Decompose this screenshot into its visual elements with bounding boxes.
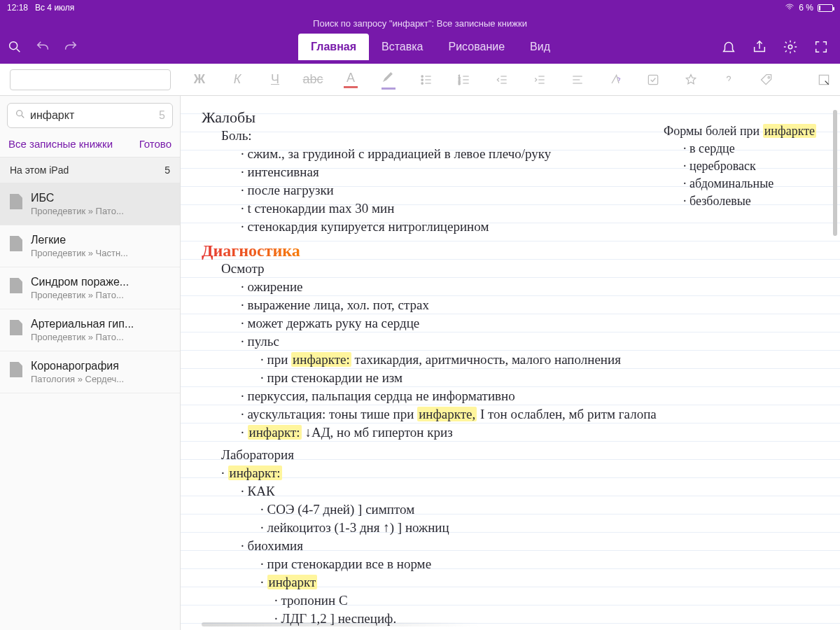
highlight-button[interactable]	[377, 68, 400, 92]
result-path: Пропедевтик » Частн...	[31, 248, 128, 258]
svg-point-27	[17, 111, 22, 116]
result-path: Пропедевтик » Пато...	[31, 332, 134, 342]
page-icon	[10, 194, 22, 209]
note-canvas[interactable]: Жалобы Боль: сжим., за грудиной с ирради…	[181, 96, 840, 630]
tab-insert[interactable]: Вставка	[369, 34, 435, 60]
result-title: ИБС	[31, 192, 124, 204]
todo-button[interactable]	[641, 68, 665, 92]
search-value: инфаркт	[30, 109, 74, 122]
search-result-item[interactable]: Синдром пораже... Пропедевтик » Пато...	[0, 267, 180, 309]
page-title-field[interactable]	[10, 69, 171, 90]
share-icon[interactable]	[750, 38, 769, 56]
search-summary-label: Поиск по запросу "инфаркт": Все записные…	[0, 15, 840, 30]
styles-button[interactable]	[603, 68, 627, 92]
search-result-item[interactable]: Легкие Пропедевтик » Частн...	[0, 225, 180, 267]
favorite-button[interactable]	[679, 68, 703, 92]
search-result-count: 5	[159, 109, 165, 122]
svg-text:3: 3	[458, 80, 461, 85]
outdent-button[interactable]	[490, 68, 514, 92]
help-button[interactable]	[717, 68, 741, 92]
result-title: Синдром пораже...	[31, 276, 129, 288]
redo-icon[interactable]	[62, 38, 80, 56]
bottom-shadow	[202, 622, 482, 626]
svg-line-28	[22, 115, 24, 118]
status-date: Вс 4 июля	[35, 3, 74, 13]
numbering-button[interactable]: 123	[452, 68, 476, 92]
handwritten-side-note: Формы болей при инфаркте в сердце церебр…	[664, 122, 840, 210]
bold-button[interactable]: Ж	[188, 68, 211, 92]
done-link[interactable]: Готово	[139, 138, 172, 150]
svg-point-0	[10, 42, 18, 50]
fullscreen-icon[interactable]	[812, 38, 830, 56]
search-result-item[interactable]: Артериальная гип... Пропедевтик » Пато..…	[0, 309, 180, 351]
search-scope-link[interactable]: Все записные книжки	[8, 138, 113, 150]
svg-line-1	[17, 49, 20, 52]
search-input[interactable]: инфаркт 5	[7, 103, 173, 128]
magnifier-icon	[15, 108, 26, 122]
ios-status-bar: 12:18 Вс 4 июля 6 %	[0, 0, 840, 15]
result-path: Патология » Сердеч...	[31, 374, 124, 384]
page-icon	[10, 278, 22, 293]
tab-view[interactable]: Вид	[517, 34, 563, 60]
notifications-icon[interactable]	[720, 38, 738, 56]
page-icon	[10, 362, 22, 377]
format-toolbar: Ж К Ч abc А 123	[0, 64, 840, 96]
search-sidebar: инфаркт 5 Все записные книжки Готово На …	[0, 96, 181, 630]
bullets-button[interactable]	[414, 68, 438, 92]
strikethrough-button[interactable]: abc	[301, 68, 325, 92]
align-button[interactable]	[566, 68, 589, 92]
tab-home[interactable]: Главная	[298, 34, 369, 60]
result-title: Легкие	[31, 234, 128, 246]
app-header: Поиск по запросу "инфаркт": Все записные…	[0, 15, 840, 64]
search-result-item[interactable]: ИБС Пропедевтик » Пато...	[0, 183, 180, 225]
battery-percent: 6 %	[799, 3, 813, 13]
settings-icon[interactable]	[781, 38, 799, 56]
result-path: Пропедевтик » Пато...	[31, 290, 129, 300]
search-icon[interactable]	[6, 38, 24, 56]
result-group-header: На этом iPad 5	[0, 158, 180, 183]
page-icon	[10, 320, 22, 335]
font-color-button[interactable]: А	[339, 68, 363, 92]
indent-button[interactable]	[528, 68, 552, 92]
result-title: Коронарография	[31, 360, 124, 372]
battery-icon	[818, 4, 833, 12]
svg-point-25	[768, 76, 770, 78]
page-icon	[10, 236, 22, 251]
svg-point-7	[421, 82, 424, 84]
result-path: Пропедевтик » Пато...	[31, 206, 124, 216]
svg-point-5	[421, 78, 424, 80]
svg-point-3	[421, 75, 424, 77]
italic-button[interactable]: К	[225, 68, 249, 92]
undo-icon[interactable]	[34, 38, 52, 56]
page-mode-button[interactable]	[812, 68, 836, 92]
tab-draw[interactable]: Рисование	[436, 34, 518, 60]
result-title: Артериальная гип...	[31, 318, 134, 330]
svg-point-2	[788, 45, 792, 49]
svg-rect-24	[648, 75, 657, 84]
status-time: 12:18	[7, 3, 28, 13]
tag-button[interactable]	[755, 68, 778, 92]
wifi-icon	[785, 2, 794, 14]
underline-button[interactable]: Ч	[263, 68, 287, 92]
ribbon-tabs: Главная Вставка Рисование Вид	[181, 34, 680, 60]
search-result-item[interactable]: Коронарография Патология » Сердеч...	[0, 351, 180, 393]
